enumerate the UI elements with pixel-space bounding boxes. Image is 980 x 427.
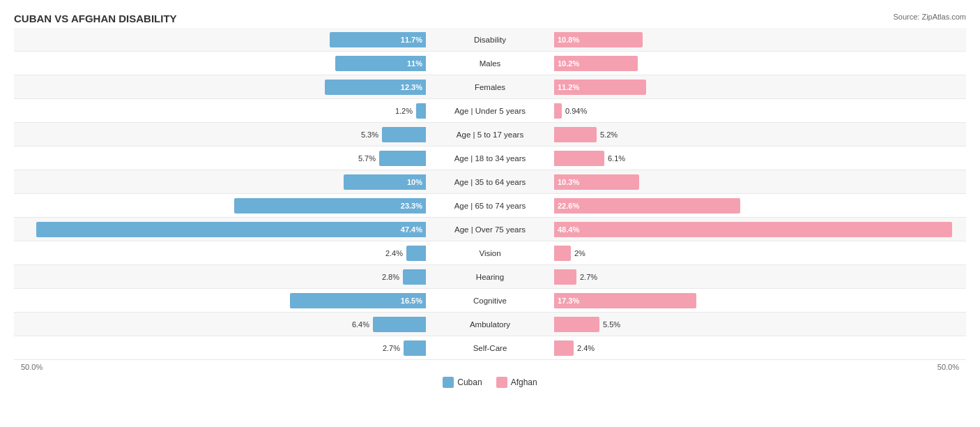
- row-label: Self-Care: [427, 344, 553, 352]
- bar-afghan: 17.3%: [554, 293, 696, 308]
- bar-cuban: 12.3%: [325, 80, 426, 95]
- bar-cuban: 16.5%: [290, 293, 426, 308]
- row-label: Cognitive: [427, 297, 553, 305]
- bars-wrapper: 11.7% Disability 10.8%: [14, 28, 966, 51]
- bar-afghan: [554, 127, 597, 142]
- legend-afghan-box: [496, 377, 507, 388]
- bar-right-value: 10.8%: [558, 36, 579, 44]
- bars-wrapper: 10% Age | 35 to 64 years 10.3%: [14, 170, 966, 193]
- bar-cuban: 11%: [335, 56, 426, 71]
- legend-cuban: Cuban: [443, 377, 482, 388]
- bar-afghan: 48.4%: [554, 222, 952, 237]
- bar-afghan: 22.6%: [554, 198, 740, 214]
- chart-row: 47.4% Age | Over 75 years 48.4%: [14, 218, 966, 241]
- row-label: Age | Under 5 years: [427, 107, 553, 115]
- right-side: 2.7%: [553, 265, 966, 288]
- right-side: 11.2%: [553, 75, 966, 98]
- left-side: 11%: [14, 52, 427, 75]
- bar-left-value: 5.3%: [361, 130, 378, 139]
- bars-wrapper: 5.7% Age | 18 to 34 years 6.1%: [14, 147, 966, 170]
- bar-left-value: 6.4%: [352, 320, 369, 329]
- axis-right-label: 50.0%: [553, 363, 966, 371]
- right-side: 0.94%: [553, 99, 966, 122]
- row-label: Age | 35 to 64 years: [427, 178, 553, 186]
- bar-cuban: [406, 246, 426, 261]
- left-side: 5.7%: [14, 147, 427, 170]
- bars-wrapper: 12.3% Females 11.2%: [14, 75, 966, 98]
- source-label: Source: ZipAtlas.com: [893, 13, 966, 21]
- bars-wrapper: 6.4% Ambulatory 5.5%: [14, 313, 966, 336]
- right-side: 5.5%: [553, 313, 966, 336]
- bar-cuban: 23.3%: [234, 198, 426, 214]
- bars-wrapper: 2.4% Vision 2%: [14, 241, 966, 264]
- bar-left-value: 2.7%: [383, 344, 400, 352]
- bar-left-value: 5.7%: [358, 154, 376, 163]
- bar-cuban: [382, 127, 426, 142]
- row-label: Males: [427, 59, 553, 68]
- right-side: 6.1%: [553, 147, 966, 170]
- chart-row: 11% Males 10.2%: [14, 52, 966, 75]
- chart-row: 11.7% Disability 10.8%: [14, 28, 966, 52]
- bars-wrapper: 23.3% Age | 65 to 74 years 22.6%: [14, 194, 966, 217]
- bar-cuban: [379, 151, 426, 166]
- bar-right-value: 2.7%: [580, 273, 597, 281]
- bar-afghan: [554, 269, 576, 285]
- bar-right-value: 5.5%: [603, 320, 620, 329]
- chart-container: CUBAN VS AFGHAN DISABILITY Source: ZipAt…: [0, 0, 980, 409]
- row-label: Age | 65 to 74 years: [427, 202, 553, 210]
- bar-afghan: 10.8%: [554, 32, 643, 47]
- right-side: 17.3%: [553, 289, 966, 312]
- bar-right-value: 6.1%: [608, 154, 625, 163]
- row-label: Disability: [427, 36, 553, 44]
- bar-afghan: [554, 340, 574, 356]
- bar-right-value: 10.2%: [558, 59, 579, 68]
- bar-right-value: 2%: [574, 249, 585, 257]
- row-label: Females: [427, 83, 553, 91]
- left-side: 11.7%: [14, 28, 427, 51]
- bar-right-value: 48.4%: [558, 225, 579, 234]
- row-label: Age | 5 to 17 years: [427, 130, 553, 139]
- row-label: Vision: [427, 249, 553, 257]
- legend-cuban-label: Cuban: [457, 377, 482, 387]
- right-side: 2.4%: [553, 336, 966, 359]
- chart-row: 2.4% Vision 2%: [14, 241, 966, 265]
- bar-afghan: [554, 246, 571, 261]
- bar-afghan: 10.2%: [554, 56, 638, 71]
- chart-row: 12.3% Females 11.2%: [14, 75, 966, 99]
- bars-wrapper: 11% Males 10.2%: [14, 52, 966, 75]
- left-side: 23.3%: [14, 194, 427, 217]
- row-label: Ambulatory: [427, 320, 553, 329]
- bar-afghan: [554, 151, 604, 166]
- chart-row: 6.4% Ambulatory 5.5%: [14, 313, 966, 336]
- chart-row: 5.7% Age | 18 to 34 years 6.1%: [14, 147, 966, 170]
- bar-afghan: [554, 103, 562, 119]
- chart-row: 23.3% Age | 65 to 74 years 22.6%: [14, 194, 966, 218]
- bar-left-value: 47.4%: [401, 225, 422, 234]
- bar-cuban: 11.7%: [330, 32, 426, 47]
- row-label: Age | Over 75 years: [427, 225, 553, 234]
- legend-cuban-box: [443, 377, 454, 388]
- chart-row: 10% Age | 35 to 64 years 10.3%: [14, 170, 966, 194]
- row-label: Hearing: [427, 273, 553, 281]
- left-side: 16.5%: [14, 289, 427, 312]
- bar-cuban: 47.4%: [36, 222, 426, 237]
- bar-right-value: 0.94%: [565, 107, 587, 115]
- bar-cuban: [403, 269, 426, 285]
- legend: Cuban Afghan: [14, 377, 966, 388]
- axis-row: 50.0% 50.0%: [14, 360, 966, 371]
- bar-left-value: 11%: [407, 59, 422, 68]
- bar-left-value: 10%: [407, 178, 422, 186]
- chart-row: 2.8% Hearing 2.7%: [14, 265, 966, 289]
- bars-wrapper: 16.5% Cognitive 17.3%: [14, 289, 966, 312]
- right-side: 22.6%: [553, 194, 966, 217]
- bar-cuban: [404, 340, 426, 356]
- bar-afghan: 10.3%: [554, 174, 639, 190]
- bar-afghan: 11.2%: [554, 80, 646, 95]
- right-side: 10.3%: [553, 170, 966, 193]
- left-side: 47.4%: [14, 218, 427, 241]
- chart-area: 11.7% Disability 10.8% 11%: [14, 28, 966, 360]
- legend-afghan: Afghan: [496, 377, 537, 388]
- bars-wrapper: 5.3% Age | 5 to 17 years 5.2%: [14, 123, 966, 146]
- bars-wrapper: 1.2% Age | Under 5 years 0.94%: [14, 99, 966, 122]
- chart-title: CUBAN VS AFGHAN DISABILITY: [14, 13, 177, 24]
